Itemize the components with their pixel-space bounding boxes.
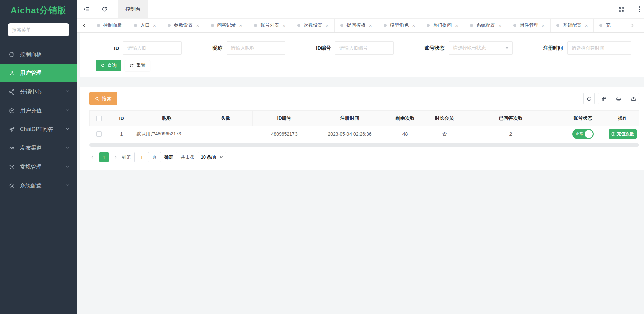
tab-close-icon[interactable]: × bbox=[369, 23, 372, 28]
sidebar-item-user-management[interactable]: 用户管理 bbox=[0, 64, 77, 82]
tab-bar: 控制面板 入口 × 参数设置 × 问答记录 × bbox=[77, 18, 644, 33]
col-duration-member: 时长会员 bbox=[427, 111, 462, 126]
goto-confirm-button[interactable]: 确定 bbox=[160, 152, 177, 162]
cell-avatar bbox=[199, 126, 253, 142]
select-caret-icon bbox=[505, 47, 509, 49]
id-filter-input[interactable] bbox=[123, 41, 182, 55]
page-label: 页 bbox=[152, 154, 157, 160]
tab-close-icon[interactable]: × bbox=[239, 23, 243, 28]
idno-filter-label: ID编号 bbox=[316, 45, 331, 51]
tab-close-icon[interactable]: × bbox=[455, 23, 458, 28]
sidebar-item-distribution[interactable]: 分销中心 bbox=[0, 82, 77, 101]
page-size-select[interactable]: 10 条/页 bbox=[198, 152, 226, 162]
sidebar-item-label: ChatGPT问答 bbox=[20, 126, 53, 133]
tab-dot bbox=[97, 24, 100, 27]
tab-hot-questions[interactable]: 热门提问 × bbox=[421, 19, 464, 32]
more-menu-icon[interactable] bbox=[630, 0, 644, 18]
table-refresh-icon[interactable] bbox=[583, 93, 595, 104]
fullscreen-icon[interactable] bbox=[612, 0, 630, 18]
tab-attachment-management[interactable]: 附件管理 × bbox=[507, 19, 551, 32]
tab-basic-config[interactable]: 基础配置 × bbox=[551, 19, 594, 32]
tab-account-list[interactable]: 账号列表 × bbox=[248, 19, 291, 32]
sidebar-item-dashboard[interactable]: 控制面板 bbox=[0, 45, 77, 64]
sidebar-item-publish-channel[interactable]: 发布渠道 bbox=[0, 139, 77, 158]
table-header-row: ID 昵称 头像 ID编号 注册时间 剩余次数 时长会员 已问答次数 账号状态 … bbox=[90, 111, 639, 126]
tab-model-roles[interactable]: 模型角色 × bbox=[378, 19, 421, 32]
top-header: 控制台 bbox=[77, 0, 644, 18]
col-idno: ID编号 bbox=[253, 111, 316, 126]
horizontal-scrollbar[interactable] bbox=[89, 143, 639, 147]
status-toggle[interactable]: 正常 bbox=[572, 129, 594, 139]
share-icon bbox=[8, 88, 15, 96]
goto-page-input[interactable] bbox=[134, 152, 149, 162]
sidebar-item-system-config[interactable]: 系统配置 bbox=[0, 176, 77, 195]
menu-search-input[interactable] bbox=[8, 23, 69, 36]
idno-filter-input[interactable] bbox=[335, 41, 394, 55]
tab-close-icon[interactable]: × bbox=[153, 23, 156, 28]
tab-close-icon[interactable]: × bbox=[282, 23, 285, 28]
tab-entry[interactable]: 入口 × bbox=[128, 19, 162, 32]
table-search-button[interactable]: 搜索 bbox=[89, 92, 117, 105]
tab-close-icon[interactable]: × bbox=[196, 23, 199, 28]
tab-dot bbox=[340, 24, 343, 27]
page-number-button[interactable]: 1 bbox=[99, 152, 109, 162]
tabs-scroll-right-icon[interactable] bbox=[625, 19, 639, 32]
tab-close-icon[interactable]: × bbox=[585, 23, 588, 28]
user-icon bbox=[8, 69, 15, 77]
tab-recharge-truncated[interactable]: 充 bbox=[594, 19, 616, 32]
next-page-icon[interactable] bbox=[112, 155, 119, 159]
gear-icon bbox=[8, 182, 15, 189]
tab-dot bbox=[297, 24, 300, 27]
tab-close-icon[interactable]: × bbox=[412, 23, 415, 28]
row-checkbox[interactable] bbox=[96, 131, 102, 137]
tab-parameter-settings[interactable]: 参数设置 × bbox=[162, 19, 205, 32]
col-remaining: 剩余次数 bbox=[383, 111, 427, 126]
chevron-down-icon bbox=[65, 126, 70, 132]
console-tab[interactable]: 控制台 bbox=[118, 0, 148, 18]
cell-regtime: 2023-05-04 02:26:36 bbox=[316, 126, 383, 142]
cell-nickname: 默认用户4809652173 bbox=[135, 126, 199, 142]
tab-dot bbox=[599, 24, 602, 27]
tab-question-template[interactable]: 提问模板 × bbox=[335, 19, 378, 32]
tab-qa-records[interactable]: 问答记录 × bbox=[205, 19, 249, 32]
goto-label: 到第 bbox=[122, 154, 131, 160]
prev-page-icon[interactable] bbox=[89, 155, 96, 159]
tab-dashboard[interactable]: 控制面板 bbox=[91, 19, 128, 32]
tab-close-icon[interactable]: × bbox=[498, 23, 501, 28]
tabs-dropdown-icon[interactable] bbox=[639, 19, 644, 32]
page-content: ID 昵称 ID编号 账号状态 请选择账号状态 bbox=[77, 33, 644, 314]
refresh-page-icon[interactable] bbox=[95, 0, 113, 18]
toggle-knob bbox=[585, 130, 593, 138]
app-logo: Aichat分销版 bbox=[0, 0, 77, 21]
sidebar-item-label: 控制面板 bbox=[20, 51, 42, 58]
nickname-filter-input[interactable] bbox=[227, 41, 285, 55]
recharge-button[interactable]: 充值次数 bbox=[609, 129, 637, 139]
pagination: 1 到第 页 确定 共 1 条 10 条/页 bbox=[89, 152, 639, 162]
tabs-scroll-left-icon[interactable] bbox=[77, 19, 91, 32]
sidebar-item-recharge[interactable]: 用户充值 bbox=[0, 101, 77, 120]
tab-system-config[interactable]: 系统配置 × bbox=[464, 19, 507, 32]
tab-dot bbox=[168, 24, 171, 27]
col-regtime: 注册时间 bbox=[316, 111, 383, 126]
tab-count-settings[interactable]: 次数设置 × bbox=[291, 19, 335, 32]
query-button[interactable]: 查询 bbox=[96, 60, 121, 71]
reset-button[interactable]: 重置 bbox=[125, 60, 150, 71]
tools-icon bbox=[8, 163, 15, 171]
id-filter-label: ID bbox=[114, 45, 119, 51]
table-columns-icon[interactable] bbox=[598, 93, 609, 104]
select-all-checkbox[interactable] bbox=[96, 116, 102, 121]
tab-close-icon[interactable]: × bbox=[326, 23, 329, 28]
table-export-icon[interactable] bbox=[628, 93, 639, 104]
total-count-label: 共 1 条 bbox=[181, 154, 194, 160]
regtime-filter-input[interactable] bbox=[567, 41, 631, 55]
table-print-icon[interactable] bbox=[613, 93, 624, 104]
sidebar-item-general-management[interactable]: 常规管理 bbox=[0, 158, 77, 176]
sidebar-item-chatgpt-qa[interactable]: ChatGPT问答 bbox=[0, 120, 77, 139]
status-filter-select[interactable]: 请选择账号状态 bbox=[449, 41, 513, 55]
collapse-menu-icon[interactable] bbox=[77, 0, 95, 18]
col-nickname: 昵称 bbox=[135, 111, 199, 126]
tab-close-icon[interactable]: × bbox=[542, 23, 545, 28]
tab-dot bbox=[211, 24, 214, 27]
circle-plus-icon bbox=[611, 132, 616, 136]
cell-id: 1 bbox=[108, 126, 135, 142]
